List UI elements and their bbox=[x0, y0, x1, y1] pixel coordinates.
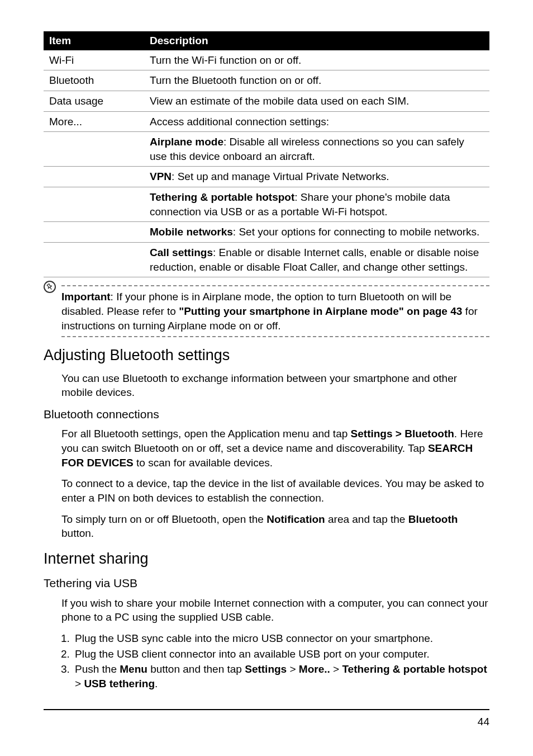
tether-label: Tethering & portable hotspot bbox=[150, 191, 294, 203]
note-body: Important: If your phone is in Airplane … bbox=[61, 290, 489, 333]
tethering-usb-heading: Tethering via USB bbox=[44, 575, 489, 591]
btc-p2: To connect to a device, tap the device i… bbox=[61, 476, 489, 505]
call-label: Call settings bbox=[150, 247, 213, 258]
note-ref: "Putting your smartphone in Airplane mod… bbox=[179, 305, 462, 317]
btc-p3: To simply turn on or off Bluetooth, open… bbox=[61, 512, 489, 541]
table-row: More... Access additional connection set… bbox=[44, 111, 489, 132]
item-cell bbox=[44, 222, 144, 243]
usb-intro: If you wish to share your mobile Interne… bbox=[61, 596, 489, 625]
btc-p1: For all Bluetooth settings, open the App… bbox=[61, 427, 489, 470]
vpn-label: VPN bbox=[150, 171, 172, 182]
bluetooth-connections-heading: Bluetooth connections bbox=[44, 407, 489, 422]
airplane-label: Airplane mode bbox=[150, 136, 223, 148]
page-number: 44 bbox=[44, 715, 489, 729]
item-cell: Data usage bbox=[44, 91, 144, 111]
important-label: Important bbox=[61, 291, 111, 303]
internet-sharing-heading: Internet sharing bbox=[44, 549, 489, 569]
pin-icon bbox=[46, 284, 53, 290]
desc-cell: Access additional connection settings: bbox=[144, 111, 489, 132]
desc-cell: Airplane mode: Disable all wireless conn… bbox=[144, 132, 489, 167]
vpn-text: : Set up and manage Virtual Private Netw… bbox=[172, 171, 389, 182]
item-cell: More... bbox=[44, 111, 144, 132]
item-cell: Wi-Fi bbox=[44, 50, 144, 70]
desc-cell: Call settings: Enable or disable Interne… bbox=[144, 243, 489, 277]
table-row: Mobile networks: Set your options for co… bbox=[44, 222, 489, 243]
dash-line-top bbox=[61, 285, 489, 286]
table-row: VPN: Set up and manage Virtual Private N… bbox=[44, 167, 489, 187]
settings-table: Item Description Wi-Fi Turn the Wi-Fi fu… bbox=[44, 31, 489, 277]
col-item-header: Item bbox=[44, 31, 144, 50]
page-footer: 44 bbox=[44, 709, 489, 729]
desc-cell: View an estimate of the mobile data used… bbox=[144, 91, 489, 111]
desc-cell: Turn the Bluetooth function on or off. bbox=[144, 70, 489, 91]
list-item: Push the Menu button and then tap Settin… bbox=[73, 662, 489, 691]
table-row: Tethering & portable hotspot: Share your… bbox=[44, 187, 489, 222]
item-cell bbox=[44, 243, 144, 277]
mobile-text: : Set your options for connecting to mob… bbox=[233, 226, 479, 238]
footer-line bbox=[44, 709, 489, 710]
bluetooth-settings-heading: Adjusting Bluetooth settings bbox=[44, 345, 489, 365]
desc-cell: VPN: Set up and manage Virtual Private N… bbox=[144, 167, 489, 187]
desc-cell: Tethering & portable hotspot: Share your… bbox=[144, 187, 489, 222]
desc-cell: Turn the Wi-Fi function on or off. bbox=[144, 50, 489, 70]
table-row: Call settings: Enable or disable Interne… bbox=[44, 243, 489, 277]
mobile-label: Mobile networks bbox=[150, 226, 233, 238]
col-desc-header: Description bbox=[144, 31, 489, 50]
list-item: Plug the USB client connector into an av… bbox=[73, 647, 489, 662]
list-item: Plug the USB sync cable into the micro U… bbox=[73, 631, 489, 646]
item-cell bbox=[44, 167, 144, 187]
important-note: Important: If your phone is in Airplane … bbox=[44, 285, 489, 337]
desc-cell: Mobile networks: Set your options for co… bbox=[144, 222, 489, 243]
dash-line-bottom bbox=[61, 336, 489, 337]
bluetooth-intro: You can use Bluetooth to exchange inform… bbox=[61, 371, 489, 400]
table-row: Data usage View an estimate of the mobil… bbox=[44, 91, 489, 111]
note-pin-icon bbox=[44, 281, 56, 293]
item-cell bbox=[44, 187, 144, 222]
usb-steps: Plug the USB sync cable into the micro U… bbox=[73, 631, 489, 691]
table-row: Airplane mode: Disable all wireless conn… bbox=[44, 132, 489, 167]
table-row: Wi-Fi Turn the Wi-Fi function on or off. bbox=[44, 50, 489, 70]
item-cell bbox=[44, 132, 144, 167]
item-cell: Bluetooth bbox=[44, 70, 144, 91]
table-row: Bluetooth Turn the Bluetooth function on… bbox=[44, 70, 489, 91]
